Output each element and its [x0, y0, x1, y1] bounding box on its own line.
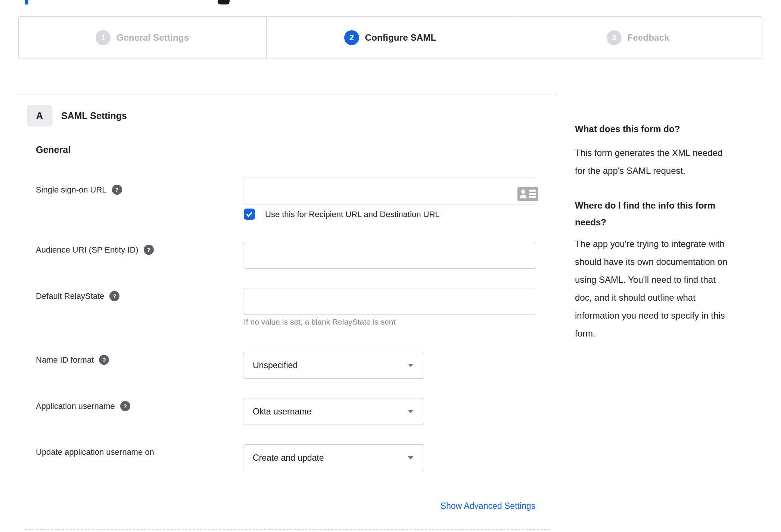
relaystate-hint: If no value is set, a blank RelayState i…	[244, 317, 395, 326]
name-id-format-label-text: Name ID format	[36, 355, 94, 365]
audience-uri-label-text: Audience URI (SP Entity ID)	[36, 245, 139, 255]
application-username-value: Okta username	[253, 407, 311, 417]
page: 1 General Settings 2 Configure SAML 3 Fe…	[0, 0, 781, 532]
application-username-select[interactable]: Okta username	[243, 398, 424, 425]
chevron-down-icon	[408, 364, 413, 367]
relaystate-help-icon[interactable]: ?	[109, 291, 119, 301]
step-3-label: Feedback	[628, 32, 669, 43]
step-configure-saml[interactable]: 2 Configure SAML	[266, 17, 514, 59]
name-id-format-label: Name ID format ?	[36, 355, 109, 365]
show-advanced-settings-link[interactable]: Show Advanced Settings	[441, 501, 535, 511]
name-id-format-help-icon[interactable]: ?	[99, 355, 109, 365]
update-username-label: Update application username on	[36, 447, 154, 457]
update-username-label-text: Update application username on	[36, 447, 154, 457]
cutoff-header-fragment-blue	[25, 0, 28, 4]
name-id-format-value: Unspecified	[253, 360, 298, 370]
checkmark-icon	[245, 210, 253, 218]
cutoff-header-fragment-icon	[218, 0, 230, 4]
sso-url-label: Single sign-on URL ?	[36, 185, 122, 195]
wizard-stepper: 1 General Settings 2 Configure SAML 3 Fe…	[18, 16, 762, 59]
audience-uri-input[interactable]	[243, 242, 536, 269]
audience-uri-label: Audience URI (SP Entity ID) ?	[36, 245, 154, 255]
sso-url-help-icon[interactable]: ?	[112, 185, 122, 195]
general-section-heading: General	[36, 144, 71, 155]
sso-url-input[interactable]	[243, 178, 536, 204]
panel-title: SAML Settings	[61, 110, 127, 121]
help-sidebar: What does this form do? This form genera…	[575, 123, 765, 342]
name-id-format-select[interactable]: Unspecified	[243, 352, 424, 379]
sidebar-answer-2: The app you're trying to integrate with …	[575, 235, 765, 342]
update-username-value: Create and update	[253, 453, 324, 463]
application-username-label: Application username ?	[36, 401, 130, 411]
sidebar-question-1: What does this form do?	[575, 123, 765, 135]
sidebar-answer-1: This form generates the XML needed for t…	[575, 144, 765, 180]
audience-uri-help-icon[interactable]: ?	[144, 245, 154, 255]
step-general-settings[interactable]: 1 General Settings	[19, 17, 266, 59]
relaystate-input[interactable]	[243, 288, 536, 315]
recipient-url-checkbox[interactable]	[244, 209, 255, 220]
application-username-help-icon[interactable]: ?	[120, 401, 130, 411]
chevron-down-icon	[408, 456, 413, 460]
step-3-number-badge: 3	[607, 30, 622, 45]
sidebar-question-2: Where do I find the info this form needs…	[575, 197, 765, 231]
step-1-label: General Settings	[116, 32, 189, 43]
step-feedback[interactable]: 3 Feedback	[514, 17, 762, 59]
recipient-url-checkbox-label: Use this for Recipient URL and Destinati…	[265, 210, 440, 219]
relaystate-label: Default RelayState ?	[36, 291, 119, 301]
sso-url-label-text: Single sign-on URL	[36, 185, 107, 195]
section-a-badge: A	[27, 105, 52, 126]
section-dashed-divider	[25, 529, 550, 530]
application-username-label-text: Application username	[36, 401, 115, 411]
update-username-select[interactable]: Create and update	[243, 444, 424, 471]
relaystate-label-text: Default RelayState	[36, 291, 104, 301]
saml-settings-panel: A SAML Settings General Single sign-on U…	[17, 94, 558, 532]
chevron-down-icon	[408, 410, 413, 413]
step-2-label: Configure SAML	[365, 32, 436, 43]
step-1-number-badge: 1	[96, 30, 111, 45]
step-2-number-badge: 2	[344, 30, 359, 45]
